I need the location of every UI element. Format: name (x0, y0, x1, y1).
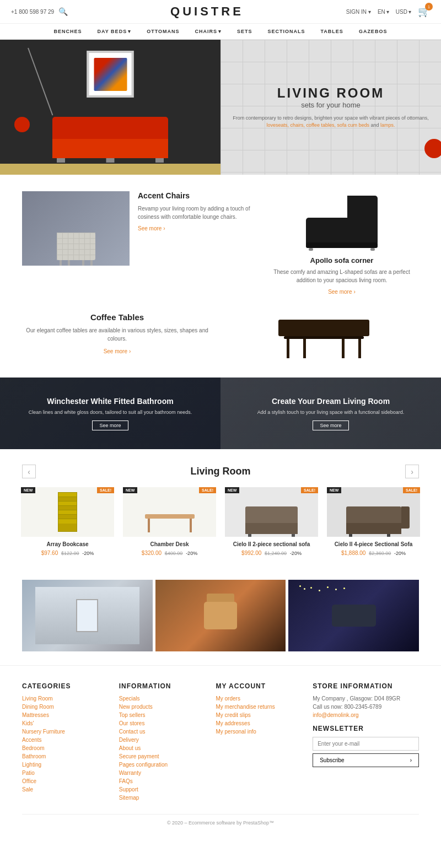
products-next-arrow[interactable]: › (405, 465, 419, 478)
footer-link-kids[interactable]: Kids' (22, 720, 111, 726)
nav-item-gazebos[interactable]: GAZEBOS (359, 29, 388, 34)
footer-link-nursery[interactable]: Nursery Furniture (22, 729, 111, 735)
footer-link-top-sellers[interactable]: Top sellers (119, 712, 208, 718)
products-grid: NEW SALE! Array Bookcase $97.60 $122.00 … (0, 483, 441, 572)
header-left: +1 800 598 97 29 🔍 (11, 7, 68, 16)
footer-link-living-room[interactable]: Living Room (22, 696, 111, 702)
cart-icon[interactable]: 🛒 1 (418, 6, 430, 18)
accent-chairs-image[interactable] (22, 191, 130, 266)
promo-banner-1-btn[interactable]: See more (92, 420, 128, 430)
hero-sofa (52, 117, 168, 164)
apollo-sofa-image[interactable] (302, 191, 382, 252)
hero-title: LIVING ROOM (232, 85, 430, 101)
badge-sale-4: SALE! (403, 487, 420, 493)
footer-link-orders[interactable]: My orders (216, 696, 304, 702)
promo-banner-1-desc: Clean lines and white gloss doors, tailo… (29, 409, 192, 416)
products-prev-arrow[interactable]: ‹ (22, 465, 36, 478)
footer-link-office[interactable]: Office (22, 778, 111, 784)
badge-new-1: NEW (21, 487, 35, 493)
promo-banner-2-btn[interactable]: See more (313, 420, 348, 430)
subscribe-label: Subscribe (320, 757, 344, 763)
subscribe-button[interactable]: Subscribe › (313, 753, 419, 767)
footer-link-delivery[interactable]: Delivery (119, 737, 208, 743)
header-right: SIGN IN▾ EN▾ USD▾ 🛒 1 (346, 6, 430, 18)
currency-selector[interactable]: USD▾ (396, 9, 411, 15)
footer-link-contact[interactable]: Contact us (119, 729, 208, 735)
header-logo[interactable]: QUISTRE (170, 4, 244, 19)
language-selector[interactable]: EN▾ (378, 9, 389, 15)
product-card-1[interactable]: NEW SALE! Array Bookcase $97.60 $122.00 … (17, 483, 119, 560)
nav-item-benches[interactable]: BENCHES (54, 29, 82, 34)
accent-chairs-see-more[interactable]: See more › (138, 225, 254, 231)
footer-link-returns[interactable]: My merchandise returns (216, 704, 304, 710)
footer-store-info: Store Information My Company , Glasgow: … (313, 682, 419, 803)
footer-link-sale[interactable]: Sale (22, 786, 111, 792)
product-card-4[interactable]: NEW SALE! Cielo II 4-piece Sectional Sof… (322, 483, 424, 560)
coffee-tables-title: Coffee Tables (22, 312, 212, 322)
footer-link-about[interactable]: About us (119, 745, 208, 751)
product-3-price: $992.00 $1,240.00 -20% (225, 550, 318, 556)
footer-link-sitemap[interactable]: Sitemap (119, 795, 208, 801)
floor (0, 164, 220, 175)
nav-item-ottomans[interactable]: OTTOMANS (147, 29, 179, 34)
footer-link-personal[interactable]: My personal info (216, 729, 304, 735)
footer: Categories Living Room Dining Room Mattr… (0, 665, 441, 834)
footer-link-accents[interactable]: Accents (22, 737, 111, 743)
product-2-price: $320.00 $400.00 -20% (123, 550, 216, 556)
product-card-2[interactable]: NEW SALE! Chamber Desk $320.00 $400.00 -… (119, 483, 220, 560)
product-1-discount: -20% (82, 551, 94, 556)
footer-link-lighting[interactable]: Lighting (22, 762, 111, 768)
footer-link-mattresses[interactable]: Mattresses (22, 712, 111, 718)
phone-number: +1 800 598 97 29 (11, 9, 54, 15)
footer-link-patio[interactable]: Patio (22, 770, 111, 776)
coffee-tables-image[interactable] (229, 306, 419, 361)
hero-right: LIVING ROOM sets for your home From cont… (220, 40, 441, 175)
newsletter-input[interactable] (313, 737, 419, 751)
footer-link-addresses[interactable]: My addresses (216, 720, 304, 726)
bottom-image-3[interactable] (288, 580, 419, 651)
nav-item-sectionals[interactable]: SECTIONALS (268, 29, 305, 34)
sign-in-button[interactable]: SIGN IN▾ (346, 9, 371, 15)
promo-banner-bathroom[interactable]: Winchester White Fitted Bathroom Clean l… (0, 378, 220, 449)
footer-link-support[interactable]: Support (119, 786, 208, 792)
product-1-name: Array Bookcase (21, 541, 114, 547)
footer-link-specials[interactable]: Specials (119, 696, 208, 702)
sofa-seat (52, 139, 168, 158)
footer-store-address: My Company , Glasgow: D04 89GR (313, 696, 419, 702)
accent-chairs-info: Accent Chairs Revamp your living room by… (138, 191, 254, 231)
footer-link-new-products[interactable]: New products (119, 704, 208, 710)
footer-link-pages[interactable]: Pages configuration (119, 762, 208, 768)
apollo-sofa-see-more[interactable]: See more › (328, 289, 356, 295)
footer-link-bedroom[interactable]: Bedroom (22, 745, 111, 751)
footer-bottom: © 2020 – Ecommerce software by PrestaSho… (22, 814, 419, 826)
apollo-sofa-desc: These comfy and amazing L-shaped sofas a… (265, 268, 419, 284)
search-icon[interactable]: 🔍 (58, 7, 68, 16)
product-card-3[interactable]: NEW SALE! Cielo II 2-piece sectional sof… (220, 483, 322, 560)
lamp-shade (14, 117, 30, 132)
footer-store-email[interactable]: info@demolink.org (313, 712, 419, 718)
nav-item-chairs[interactable]: CHAIRS ▾ (195, 29, 222, 34)
footer-link-faqs[interactable]: FAQs (119, 778, 208, 784)
footer-link-payment[interactable]: Secure payment (119, 753, 208, 759)
footer-link-credit[interactable]: My credit slips (216, 712, 304, 718)
coffee-tables-see-more[interactable]: See more › (104, 348, 131, 354)
subscribe-arrow-icon: › (410, 757, 412, 763)
bottom-image-2[interactable] (155, 580, 286, 651)
footer-store-title: Store Information (313, 682, 419, 690)
footer-link-dining-room[interactable]: Dining Room (22, 704, 111, 710)
footer-my-account: My account My orders My merchandise retu… (216, 682, 304, 803)
promo-banner-living[interactable]: Create Your Dream Living Room Add a styl… (220, 378, 441, 449)
bottom-image-1[interactable] (22, 580, 153, 651)
nav-item-tables[interactable]: TABLES (321, 29, 343, 34)
nav-item-sets[interactable]: SETS (237, 29, 252, 34)
living-room-title: Living Room (191, 466, 251, 477)
footer-link-bathroom[interactable]: Bathroom (22, 753, 111, 759)
nav-item-daybeds[interactable]: DAY BEDS ▾ (98, 29, 132, 34)
footer-link-warranty[interactable]: Warranty (119, 770, 208, 776)
product-4-discount: -20% (394, 551, 406, 556)
categories-section: Accent Chairs Revamp your living room by… (0, 175, 441, 300)
footer-link-our-stores[interactable]: Our stores (119, 720, 208, 726)
painting (87, 51, 134, 98)
main-nav: BENCHES DAY BEDS ▾ OTTOMANS CHAIRS ▾ SET… (0, 24, 441, 40)
coffee-tables-section: Coffee Tables Our elegant coffee tables … (0, 300, 441, 372)
